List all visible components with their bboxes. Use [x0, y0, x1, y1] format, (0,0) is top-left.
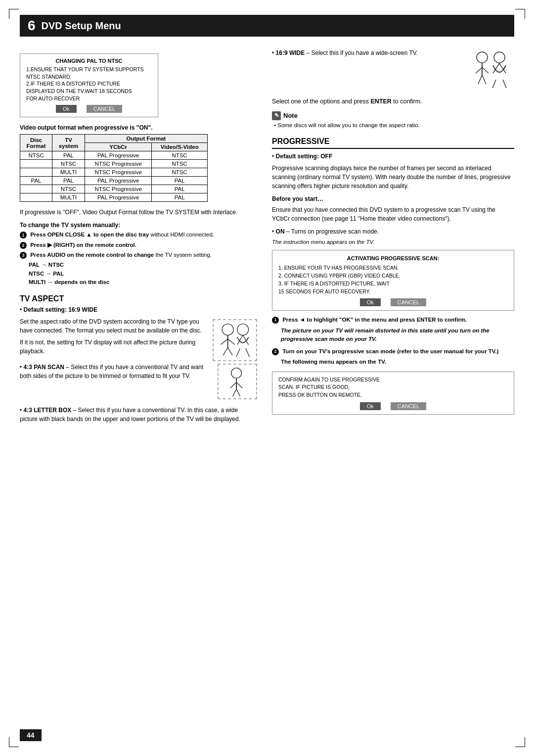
wide-label: 16:9 WIDE — [276, 49, 305, 56]
table-row: NTSCNTSC ProgressiveNTSC — [20, 160, 208, 168]
notice-buttons: Ok CANCEL — [26, 105, 152, 113]
svg-line-3 — [228, 339, 235, 344]
step-3-sub: PAL → NTSC NTSC → PAL MULTI → depends on… — [20, 261, 257, 286]
notice-ok-button[interactable]: Ok — [56, 105, 77, 113]
table-row: PALPALPAL ProgressivePAL — [20, 177, 208, 185]
prog-box1-line1: 1. ENSURE YOUR TV HAS PROGRESSIVE SCAN. — [278, 264, 508, 272]
svg-line-13 — [230, 382, 236, 388]
on-option: • ON – Turns on progressive scan mode. — [272, 227, 514, 236]
progressive-off-text: If progressive is "OFF", Video Output Fo… — [20, 208, 257, 217]
svg-line-2 — [221, 339, 227, 344]
change-tv-heading: To change the TV system manually: — [20, 222, 257, 229]
multi-disc: MULTI → depends on the disc — [29, 278, 257, 286]
svg-line-4 — [223, 347, 228, 355]
notice-box: CHANGING PAL TO NTSC 1.ENSURE THAT YOUR … — [20, 53, 158, 117]
prog-box1-buttons: Ok CANCEL — [278, 298, 508, 306]
prog-box2-cancel[interactable]: CANCEL — [391, 402, 427, 410]
svg-line-8 — [243, 335, 248, 345]
prog-box2-line1: CONFIRM AGAIN TO USE PROGRESSIVE — [278, 376, 508, 384]
prog-box1-ok[interactable]: Ok — [360, 298, 381, 306]
step-3-num: 3 — [20, 252, 27, 259]
svg-line-26 — [492, 80, 496, 88]
progressive-heading: PROGRESSIVE — [272, 137, 514, 149]
step-3-rest: the TV system setting. — [155, 252, 212, 258]
step-1-num: 1 — [20, 232, 27, 238]
tv-aspect-image — [213, 319, 257, 363]
left-column: CHANGING PAL TO NTSC 1.ENSURE THAT YOUR … — [20, 45, 257, 424]
prog-box-2: CONFIRM AGAIN TO USE PROGRESSIVE SCAN. I… — [272, 372, 514, 415]
progressive-section: PROGRESSIVE • Default setting: OFF Progr… — [272, 137, 514, 415]
prog-box1-line3: 3. IF THERE IS A DISTORTED PICTURE, WAIT — [278, 280, 508, 288]
note-content: Some discs will not allow you to change … — [272, 122, 514, 128]
prog-box1-line4: 15 SECONDS FOR AUTO RECOVERY. — [278, 288, 508, 296]
ntsc-pal: NTSC → PAL — [29, 270, 257, 278]
svg-point-6 — [237, 324, 249, 335]
note-item-1: Some discs will not allow you to change … — [274, 122, 420, 128]
prog-default-val: OFF — [320, 153, 332, 160]
prog-step-1-bold: Press ◄ to highlight "OK" in the menu an… — [282, 317, 467, 323]
svg-line-20 — [482, 67, 489, 73]
wide-text: – Select this if you have a wide-screen … — [307, 49, 418, 56]
output-table: DiscFormat TVsystem Output Format YCbCr … — [20, 134, 208, 202]
output-label: Video output format when progressive is … — [20, 124, 257, 131]
notice-line1: 1.ENSURE THAT YOUR TV SYSTEM SUPPORTS — [26, 66, 143, 72]
prog-box2-body: CONFIRM AGAIN TO USE PROGRESSIVE SCAN. I… — [278, 376, 508, 399]
corner-mark-br — [515, 737, 525, 747]
wide-image — [467, 48, 514, 92]
notice-line2: NTSC STANDARD. — [26, 74, 71, 80]
col-output-format: Output Format — [85, 135, 207, 143]
step-3: 3 Press AUDIO on the remote control to c… — [20, 252, 257, 259]
prog-default-label: Default setting: — [276, 153, 321, 160]
chapter-number: 6 — [28, 18, 36, 34]
col-tv: TVsystem — [52, 135, 85, 151]
before-start: Before you start… — [272, 195, 514, 202]
svg-line-7 — [237, 335, 243, 345]
step-1-bold: Press OPEN CLOSE ▲ to open the disc tray — [30, 232, 149, 237]
prog-step-1: 1 Press ◄ to highlight "OK" in the menu … — [272, 316, 514, 343]
change-tv-steps: 1 Press OPEN CLOSE ▲ to open the disc tr… — [20, 232, 257, 286]
step-2: 2 Press ▶ (RIGHT) on the remote control. — [20, 241, 257, 249]
prog-box1-line2: 2. CONNECT USING YPBPR (GBR) VIDEO CABLE… — [278, 272, 508, 280]
svg-point-0 — [222, 324, 233, 335]
prog-default: • Default setting: OFF — [272, 153, 514, 160]
corner-mark-tl — [9, 9, 19, 19]
prog-box2-ok[interactable]: Ok — [360, 402, 381, 410]
prog-box-1: ACTIVATING PROGRESSIVE SCAN: 1. ENSURE Y… — [272, 250, 514, 311]
chapter-title: DVD Setup Menu — [42, 20, 121, 32]
note-header: ✎ Note — [272, 111, 514, 120]
notice-body: 1.ENSURE THAT YOUR TV SYSTEM SUPPORTS NT… — [26, 66, 152, 102]
table-row: NTSCPALPAL ProgressiveNTSC — [20, 151, 208, 160]
col-disc: DiscFormat — [20, 135, 52, 151]
notice-cancel-button[interactable]: CANCEL — [87, 105, 123, 113]
tv-aspect-content: Set the aspect ratio of the DVD system a… — [20, 317, 257, 363]
before-para: Ensure that you have connected this DVD … — [272, 205, 514, 223]
prog-box1-cancel[interactable]: CANCEL — [391, 298, 427, 306]
corner-mark-tr — [515, 9, 525, 19]
prog-step-2-note: The following menu appears on the TV. — [272, 358, 514, 366]
table-row: MULTINTSC ProgressiveNTSC — [20, 168, 208, 177]
svg-line-16 — [236, 389, 240, 396]
svg-point-17 — [477, 52, 488, 63]
wide-option-section: • 16:9 WIDE – Select this if you have a … — [272, 48, 514, 92]
svg-line-9 — [236, 348, 240, 357]
confirm-bold: ENTER — [370, 98, 391, 105]
notice-title: CHANGING PAL TO NTSC — [26, 58, 152, 64]
on-text: – Turns on progressive scan mode. — [286, 228, 379, 235]
note-box: ✎ Note Some discs will not allow you to … — [272, 111, 514, 128]
svg-point-11 — [231, 368, 242, 378]
svg-line-21 — [478, 75, 482, 84]
instruction-label: The instruction menu appears on the TV. — [272, 239, 514, 245]
tv-aspect-default: • Default setting: 16:9 WIDE — [20, 306, 257, 313]
prog-box2-line3: PRESS OK BUTTON ON REMOTE. — [278, 391, 508, 399]
note-label: Note — [283, 112, 298, 119]
prog-box1-body: 1. ENSURE YOUR TV HAS PROGRESSIVE SCAN. … — [278, 264, 508, 295]
confirm-text: Select one of the options and press ENTE… — [272, 97, 514, 106]
table-row: NTSCNTSC ProgressivePAL — [20, 185, 208, 193]
pal-ntsc: PAL → NTSC — [29, 261, 257, 269]
pan-scan-option: • 4:3 PAN SCAN – Select this if you have… — [20, 363, 257, 402]
step-2-bold: Press ▶ (RIGHT) on the remote control. — [30, 242, 136, 248]
notice-line5: FOR AUTO RECOVER — [26, 95, 80, 101]
prog-box2-line2: SCAN. IF PICTURE IS GOOD, — [278, 383, 508, 391]
prog-box2-buttons: Ok CANCEL — [278, 402, 508, 410]
chapter-header: 6 DVD Setup Menu — [20, 15, 514, 37]
